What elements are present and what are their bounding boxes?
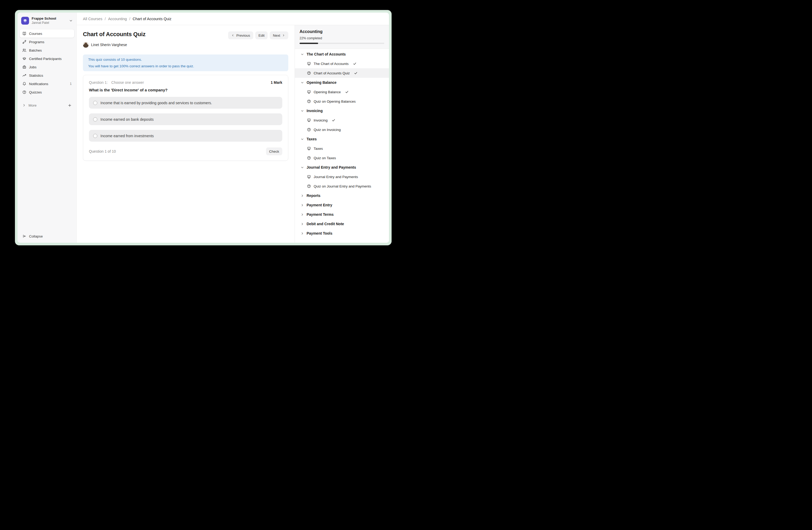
chapter-title: The Chart of Accounts: [307, 52, 346, 56]
collapse-sidebar-button[interactable]: Collapse: [20, 232, 74, 240]
answer-option-text: Income that is earned by providing goods…: [100, 101, 212, 105]
radio-button-icon[interactable]: [93, 134, 97, 138]
check-button[interactable]: Check: [266, 148, 282, 155]
radio-button-icon[interactable]: [93, 117, 97, 122]
quiz-icon: [307, 127, 311, 132]
sidebar-item-label: Jobs: [29, 65, 37, 69]
sidebar-item-label: Batches: [29, 48, 42, 52]
sidebar-spacer: [20, 110, 74, 232]
chevron-down-icon: [301, 81, 304, 84]
chapter-title: Journal Entry and Payments: [307, 165, 356, 169]
outline-lesson-the-chart-of-accounts[interactable]: The Chart of Accounts: [295, 59, 389, 68]
chapter-payment-terms[interactable]: Payment Terms: [295, 210, 389, 219]
page-title: Chart of Accounts Quiz: [83, 31, 145, 38]
radio-button-icon[interactable]: [93, 101, 97, 105]
outline-quiz-on-invoicing[interactable]: Quiz on Invoicing: [295, 125, 389, 134]
sidebar-item-courses[interactable]: Courses: [20, 29, 74, 38]
body-row: Chart of Accounts Quiz Previous Edit Nex…: [77, 25, 389, 243]
chapter-reports[interactable]: Reports: [295, 191, 389, 200]
workspace-user: Jannat Patel: [32, 21, 56, 25]
sidebar-item-programs[interactable]: Programs: [20, 38, 74, 46]
briefcase-icon: [22, 65, 26, 69]
next-button[interactable]: Next: [270, 31, 288, 39]
previous-button[interactable]: Previous: [228, 31, 253, 39]
check-label: Check: [269, 150, 279, 153]
chevron-right-icon: [301, 204, 304, 207]
outline-quiz-on-opening-balances[interactable]: Quiz on Opening Balances: [295, 97, 389, 106]
progress-bar: [300, 43, 384, 44]
app-window: Frappe School Jannat Patel Courses Progr…: [15, 10, 392, 245]
author-name: Linet Sherin Varghese: [91, 43, 127, 47]
sidebar-item-certified-participants[interactable]: Certified Participants: [20, 54, 74, 63]
outline-quiz-on-journal-entry-and-payments[interactable]: Quiz on Journal Entry and Payments: [295, 181, 389, 191]
chapter-debit-and-credit-note[interactable]: Debit and Credit Note: [295, 219, 389, 228]
author-row: Linet Sherin Varghese: [83, 42, 288, 48]
bell-icon: [22, 82, 26, 86]
outline-lesson-opening-balance[interactable]: Opening Balance: [295, 87, 389, 97]
answer-option-1[interactable]: Income that is earned by providing goods…: [89, 97, 282, 109]
breadcrumb-all-courses[interactable]: All Courses: [83, 17, 102, 21]
chevron-down-icon: [301, 53, 304, 56]
book-open-icon: [22, 31, 26, 36]
outline-quiz-chart-of-accounts-quiz[interactable]: Chart of Accounts Quiz: [295, 68, 389, 78]
outline-lesson-taxes[interactable]: Taxes: [295, 144, 389, 153]
quiz-icon: [307, 184, 311, 188]
question-number-label: Question 1:: [89, 80, 108, 85]
outline-item-title: Quiz on Invoicing: [314, 128, 341, 132]
chevron-down-icon[interactable]: [69, 19, 73, 23]
sidebar-nav: Courses Programs Batches Certified Parti…: [20, 29, 74, 96]
progress-fill: [300, 43, 318, 44]
quiz-icon: [307, 99, 311, 103]
sidebar-more-toggle[interactable]: More: [20, 101, 74, 110]
outline-item-title: Quiz on Journal Entry and Payments: [314, 184, 371, 188]
breadcrumb-separator: /: [129, 17, 130, 21]
chapter-journal-entry-and-payments[interactable]: Journal Entry and Payments: [295, 163, 389, 172]
chapter-opening-balance[interactable]: Opening Balance: [295, 78, 389, 87]
edit-label: Edit: [259, 33, 264, 38]
chapter-the-chart-of-accounts[interactable]: The Chart of Accounts: [295, 50, 389, 59]
quiz-nav-buttons: Previous Edit Next: [228, 31, 288, 39]
chevron-right-icon: [301, 232, 304, 235]
chapter-title: Reports: [307, 194, 320, 198]
sidebar-item-label: Programs: [29, 40, 44, 44]
breadcrumb-separator: /: [105, 17, 106, 21]
outline-lesson-invoicing[interactable]: Invoicing: [295, 115, 389, 125]
breadcrumb-accounting[interactable]: Accounting: [108, 17, 127, 21]
sidebar-item-notifications[interactable]: Notifications 1: [20, 80, 74, 88]
question-meta: Question 1: Choose one answer 1 Mark: [89, 80, 282, 85]
chapter-payment-entry[interactable]: Payment Entry: [295, 200, 389, 210]
breadcrumb-current: Chart of Accounts Quiz: [133, 17, 171, 21]
graduation-cap-logo-icon: [23, 18, 28, 23]
sidebar-item-statistics[interactable]: Statistics: [20, 71, 74, 80]
chevron-left-icon: [231, 34, 234, 37]
add-button[interactable]: [68, 103, 72, 107]
outline-lesson-journal-entry-and-payments[interactable]: Journal Entry and Payments: [295, 172, 389, 181]
outline-quiz-on-taxes[interactable]: Quiz on Taxes: [295, 153, 389, 163]
sidebar-item-batches[interactable]: Batches: [20, 46, 74, 54]
chapter-invoicing[interactable]: Invoicing: [295, 106, 389, 115]
chapter-title: Payment Tools: [307, 231, 333, 235]
sidebar-item-label: Certified Participants: [29, 57, 62, 61]
sidebar-item-jobs[interactable]: Jobs: [20, 63, 74, 71]
question-footer: Question 1 of 10 Check: [89, 148, 282, 155]
chevron-right-icon: [282, 34, 285, 37]
chevron-right-icon: [301, 213, 304, 216]
sidebar-item-quizzes[interactable]: Quizzes: [20, 88, 74, 96]
quiz-icon: [307, 71, 311, 75]
workspace-text: Frappe School Jannat Patel: [32, 16, 56, 25]
answer-option-3[interactable]: Income earned from investments: [89, 130, 282, 142]
outline-item-title: Chart of Accounts Quiz: [314, 71, 350, 75]
help-circle-icon: [22, 90, 26, 94]
question-card: Question 1: Choose one answer 1 Mark Wha…: [83, 75, 288, 161]
quiz-notice: This quiz consists of 10 questions. You …: [83, 54, 288, 71]
sidebar-item-label: Quizzes: [29, 90, 42, 94]
edit-button[interactable]: Edit: [255, 31, 267, 39]
outline-header: Accounting 22% completed: [295, 25, 389, 49]
answer-option-2[interactable]: Income earned on bank deposits: [89, 113, 282, 125]
video-lesson-icon: [307, 118, 311, 122]
outline-item-title: Quiz on Taxes: [314, 156, 336, 160]
chapter-taxes[interactable]: Taxes: [295, 134, 389, 144]
workspace-selector[interactable]: Frappe School Jannat Patel: [20, 15, 74, 27]
chapter-payment-tools[interactable]: Payment Tools: [295, 228, 389, 238]
outline-item-title: Opening Balance: [314, 90, 341, 94]
